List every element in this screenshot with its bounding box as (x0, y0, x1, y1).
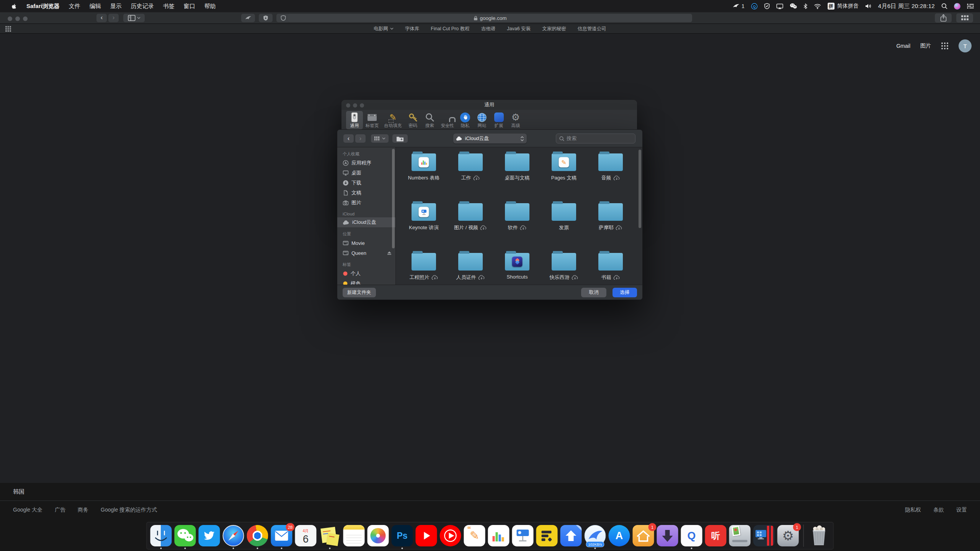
prefs-tab-general[interactable]: 通用 (346, 111, 363, 129)
close-window-button[interactable] (8, 16, 12, 21)
file-item[interactable]: Numbers 表格 (400, 151, 447, 201)
choose-button[interactable]: 选择 (612, 288, 637, 297)
prefs-tab-privacy[interactable]: 隐私 (457, 111, 474, 129)
dock-upload-icon[interactable] (560, 525, 582, 546)
new-folder-button[interactable]: 新建文件夹 (343, 288, 376, 297)
menu-item[interactable]: 书签 (158, 3, 179, 10)
screen-mirroring-icon[interactable] (776, 3, 783, 9)
address-bar[interactable]: google.com (288, 14, 692, 22)
sidebar-item-Queen[interactable]: Queen (337, 248, 395, 258)
view-mode-button[interactable] (371, 134, 389, 143)
footer-link[interactable]: Google 搜索的运作方式 (101, 507, 157, 514)
dock-qapp-icon[interactable]: Q (681, 525, 702, 546)
location-popup[interactable]: iCloud云盘 (453, 134, 527, 143)
dock-thunder-icon[interactable]: 102KB/s (585, 525, 606, 546)
footer-link[interactable]: 商务 (78, 507, 88, 514)
prefs-tab-passwords[interactable]: 密码 (405, 111, 421, 129)
prefs-tab-advanced[interactable]: ⚙高级 (507, 111, 524, 129)
dock-pages-icon[interactable]: “✎ (464, 525, 485, 546)
file-item[interactable]: 图片 / 视频 (447, 201, 494, 251)
dock-wechat-icon[interactable] (175, 525, 196, 546)
panel-back-button[interactable]: ‹ (343, 134, 354, 143)
prefs-tab-security[interactable]: 安全性 (438, 111, 457, 129)
dock-notes-icon[interactable] (343, 525, 365, 546)
extension-shield-download-button[interactable] (259, 14, 273, 22)
dock-sysprefs-icon[interactable]: ⚙1 (777, 525, 799, 546)
sidebar-item-应用程序[interactable]: 应用程序 (337, 158, 395, 168)
bookmark-item[interactable]: 字体库 (405, 26, 420, 32)
file-item[interactable]: ✎Pages 文稿 (541, 151, 587, 201)
dock-home-icon[interactable]: 1 (633, 525, 654, 546)
spotlight-icon[interactable] (941, 3, 947, 9)
account-avatar[interactable]: T (959, 39, 972, 52)
file-item[interactable]: Keynote 讲演 (400, 201, 447, 251)
bookmark-item[interactable]: Final Cut Pro 教程 (431, 26, 469, 32)
dock-stickies-icon[interactable] (319, 525, 341, 546)
minimize-window-button[interactable] (15, 16, 20, 21)
tab-overview-button[interactable] (956, 13, 973, 23)
file-item[interactable]: Shortcuts (494, 251, 541, 285)
bird-status-icon[interactable] (733, 3, 740, 9)
q-app-status-icon[interactable]: Q (751, 3, 758, 10)
menu-item[interactable]: 帮助 (200, 3, 220, 10)
dock-chrome-icon[interactable] (247, 525, 268, 546)
dock-photos-icon[interactable] (368, 525, 389, 546)
menubar-clock[interactable]: 4月6日 周三 20:28:12 (878, 3, 935, 10)
sidebar-item-个人[interactable]: 个人 (337, 269, 395, 279)
dock-trash-icon[interactable] (808, 525, 830, 546)
dock-photoshop-icon[interactable]: Ps (392, 525, 413, 546)
file-item[interactable]: 工程照片 (400, 251, 447, 285)
input-method-label[interactable]: 简体拼音 (837, 3, 859, 10)
prefs-zoom-button[interactable] (360, 103, 364, 108)
footer-link[interactable]: 设置 (956, 507, 967, 514)
wechat-status-icon[interactable] (790, 3, 797, 9)
file-area-scrollbar[interactable] (639, 150, 641, 228)
prefs-minimize-button[interactable] (353, 103, 357, 108)
back-button[interactable]: ‹ (96, 14, 107, 22)
sidebar-item-桌面[interactable]: 桌面 (337, 168, 395, 178)
forward-button[interactable]: › (108, 14, 119, 22)
share-button[interactable] (935, 13, 952, 23)
shield-check-icon[interactable] (764, 3, 770, 9)
file-item[interactable]: 萨摩耶 (587, 201, 634, 251)
prefs-tab-autofill[interactable]: ✎自动填充 (382, 111, 405, 129)
dock-keynote-icon[interactable] (512, 525, 534, 546)
prefs-tab-websites[interactable]: 网站 (474, 111, 490, 129)
bookmark-item[interactable]: 吉他谱 (481, 26, 496, 32)
sidebar-toggle-button[interactable] (123, 14, 145, 22)
volume-icon[interactable] (865, 3, 872, 9)
dock-vuescan-icon[interactable] (729, 525, 751, 546)
dock-calendar-icon[interactable]: 4月6 (295, 525, 317, 546)
google-images-link[interactable]: 图片 (920, 42, 931, 49)
file-item[interactable]: 软件 (494, 201, 541, 251)
prefs-tab-search[interactable]: 搜索 (421, 111, 438, 129)
dock-finder-icon[interactable] (150, 525, 172, 546)
dock-youtube-icon[interactable] (416, 525, 437, 546)
cancel-button[interactable]: 取消 (581, 288, 606, 297)
sidebar-item-图片[interactable]: 图片 (337, 198, 395, 208)
dock-twitter-icon[interactable] (199, 525, 220, 546)
file-item[interactable]: 人员证件 (447, 251, 494, 285)
menu-item[interactable]: 历史记录 (126, 3, 158, 10)
new-folder-toolbar-button[interactable] (392, 134, 408, 143)
file-item[interactable]: 快乐西游 (541, 251, 587, 285)
dock-omniplan-icon[interactable] (536, 525, 558, 546)
sidebar-scrollbar[interactable] (392, 149, 395, 248)
sidebar-item-Movie[interactable]: Movie (337, 238, 395, 248)
dock-appstore-icon[interactable]: A (609, 525, 630, 546)
bluetooth-icon[interactable] (804, 3, 807, 9)
favorites-grid-icon[interactable] (5, 26, 11, 32)
sidebar-item-文稿[interactable]: 文稿 (337, 188, 395, 198)
menu-item[interactable]: 窗口 (179, 3, 200, 10)
menu-item[interactable]: 文件 (64, 3, 85, 10)
bookmark-item[interactable]: 信息管道公司 (578, 26, 606, 32)
prefs-close-button[interactable] (346, 103, 350, 108)
control-center-icon[interactable] (967, 3, 974, 9)
siri-icon[interactable] (954, 3, 960, 10)
wifi-icon[interactable] (814, 3, 821, 9)
panel-search-input[interactable]: 搜索 (556, 134, 635, 143)
footer-link[interactable]: 条款 (933, 507, 944, 514)
extension-bird-button[interactable] (241, 14, 255, 22)
file-item[interactable]: 工作 (447, 151, 494, 201)
menu-item[interactable]: 显示 (106, 3, 126, 10)
